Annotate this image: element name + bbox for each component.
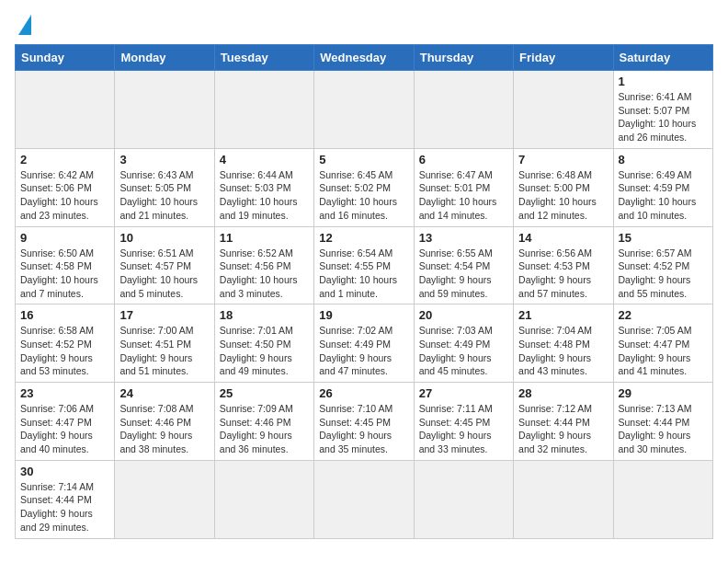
day-number: 23 — [20, 386, 109, 400]
day-number: 5 — [319, 153, 408, 167]
calendar-cell: 7Sunrise: 6:48 AM Sunset: 5:00 PM Daylig… — [514, 148, 613, 226]
day-number: 24 — [119, 386, 209, 400]
weekday-header-wednesday: Wednesday — [314, 45, 414, 71]
day-info: Sunrise: 6:49 AM Sunset: 4:59 PM Dayligh… — [619, 168, 708, 223]
calendar-cell — [214, 460, 313, 538]
calendar-cell — [115, 460, 214, 538]
header — [15, 15, 713, 35]
calendar-cell: 3Sunrise: 6:43 AM Sunset: 5:05 PM Daylig… — [115, 148, 214, 226]
calendar-cell: 12Sunrise: 6:54 AM Sunset: 4:55 PM Dayli… — [314, 226, 414, 304]
day-info: Sunrise: 7:03 AM Sunset: 4:49 PM Dayligh… — [419, 324, 508, 378]
day-number: 19 — [319, 308, 408, 322]
day-number: 1 — [619, 75, 708, 88]
calendar-cell: 20Sunrise: 7:03 AM Sunset: 4:49 PM Dayli… — [414, 304, 513, 383]
calendar-week-0: 1Sunrise: 6:41 AM Sunset: 5:07 PM Daylig… — [16, 71, 713, 149]
calendar-cell: 5Sunrise: 6:45 AM Sunset: 5:02 PM Daylig… — [314, 148, 414, 226]
calendar-cell: 13Sunrise: 6:55 AM Sunset: 4:54 PM Dayli… — [414, 226, 513, 304]
day-info: Sunrise: 7:08 AM Sunset: 4:46 PM Dayligh… — [119, 402, 209, 456]
day-info: Sunrise: 7:05 AM Sunset: 4:47 PM Dayligh… — [619, 324, 708, 378]
day-number: 16 — [20, 308, 109, 322]
day-info: Sunrise: 7:06 AM Sunset: 4:47 PM Dayligh… — [20, 402, 109, 456]
weekday-header-tuesday: Tuesday — [214, 45, 313, 71]
day-info: Sunrise: 6:54 AM Sunset: 4:55 PM Dayligh… — [319, 247, 408, 301]
calendar-cell: 26Sunrise: 7:10 AM Sunset: 4:45 PM Dayli… — [314, 383, 414, 461]
day-info: Sunrise: 6:57 AM Sunset: 4:52 PM Dayligh… — [619, 247, 708, 301]
calendar-week-5: 30Sunrise: 7:14 AM Sunset: 4:44 PM Dayli… — [16, 460, 713, 538]
calendar-cell — [514, 460, 613, 538]
day-info: Sunrise: 6:58 AM Sunset: 4:52 PM Dayligh… — [20, 324, 109, 378]
logo-text — [15, 15, 31, 35]
weekday-header-saturday: Saturday — [613, 45, 712, 71]
day-info: Sunrise: 7:02 AM Sunset: 4:49 PM Dayligh… — [319, 324, 408, 378]
logo — [15, 15, 31, 35]
day-number: 3 — [119, 153, 209, 167]
day-number: 6 — [419, 153, 508, 167]
calendar-cell — [314, 460, 414, 538]
day-info: Sunrise: 6:42 AM Sunset: 5:06 PM Dayligh… — [20, 168, 109, 223]
calendar-cell: 22Sunrise: 7:05 AM Sunset: 4:47 PM Dayli… — [613, 304, 712, 383]
weekday-header-monday: Monday — [115, 45, 214, 71]
calendar-cell: 24Sunrise: 7:08 AM Sunset: 4:46 PM Dayli… — [115, 383, 214, 461]
calendar-cell: 16Sunrise: 6:58 AM Sunset: 4:52 PM Dayli… — [16, 304, 115, 383]
calendar-cell — [214, 71, 313, 149]
day-info: Sunrise: 7:13 AM Sunset: 4:44 PM Dayligh… — [619, 402, 708, 456]
day-info: Sunrise: 7:01 AM Sunset: 4:50 PM Dayligh… — [220, 324, 309, 378]
calendar-cell — [414, 460, 513, 538]
calendar-cell: 15Sunrise: 6:57 AM Sunset: 4:52 PM Dayli… — [613, 226, 712, 304]
calendar-cell: 14Sunrise: 6:56 AM Sunset: 4:53 PM Dayli… — [514, 226, 613, 304]
calendar-week-2: 9Sunrise: 6:50 AM Sunset: 4:58 PM Daylig… — [16, 226, 713, 304]
day-number: 27 — [419, 386, 508, 400]
day-info: Sunrise: 6:45 AM Sunset: 5:02 PM Dayligh… — [319, 168, 408, 223]
day-info: Sunrise: 7:04 AM Sunset: 4:48 PM Dayligh… — [518, 324, 608, 378]
day-info: Sunrise: 7:12 AM Sunset: 4:44 PM Dayligh… — [518, 402, 608, 456]
day-info: Sunrise: 6:56 AM Sunset: 4:53 PM Dayligh… — [518, 247, 608, 301]
day-info: Sunrise: 6:51 AM Sunset: 4:57 PM Dayligh… — [119, 247, 209, 301]
day-info: Sunrise: 6:43 AM Sunset: 5:05 PM Dayligh… — [119, 168, 209, 223]
day-info: Sunrise: 6:47 AM Sunset: 5:01 PM Dayligh… — [419, 168, 508, 223]
day-number: 15 — [619, 231, 708, 245]
calendar-cell — [613, 460, 712, 538]
calendar-cell: 25Sunrise: 7:09 AM Sunset: 4:46 PM Dayli… — [214, 383, 313, 461]
calendar-cell: 23Sunrise: 7:06 AM Sunset: 4:47 PM Dayli… — [16, 383, 115, 461]
page: SundayMondayTuesdayWednesdayThursdayFrid… — [0, 0, 728, 548]
day-info: Sunrise: 7:00 AM Sunset: 4:51 PM Dayligh… — [119, 324, 209, 378]
calendar-cell — [514, 71, 613, 149]
calendar-cell: 10Sunrise: 6:51 AM Sunset: 4:57 PM Dayli… — [115, 226, 214, 304]
day-number: 14 — [518, 231, 608, 245]
day-number: 26 — [319, 386, 408, 400]
day-number: 29 — [619, 386, 708, 400]
day-number: 21 — [518, 308, 608, 322]
day-number: 25 — [220, 386, 309, 400]
calendar-week-4: 23Sunrise: 7:06 AM Sunset: 4:47 PM Dayli… — [16, 383, 713, 461]
day-info: Sunrise: 6:44 AM Sunset: 5:03 PM Dayligh… — [220, 168, 309, 223]
calendar-cell: 28Sunrise: 7:12 AM Sunset: 4:44 PM Dayli… — [514, 383, 613, 461]
calendar-week-3: 16Sunrise: 6:58 AM Sunset: 4:52 PM Dayli… — [16, 304, 713, 383]
weekday-header-row: SundayMondayTuesdayWednesdayThursdayFrid… — [16, 45, 713, 71]
calendar-cell: 30Sunrise: 7:14 AM Sunset: 4:44 PM Dayli… — [16, 460, 115, 538]
day-info: Sunrise: 7:11 AM Sunset: 4:45 PM Dayligh… — [419, 402, 508, 456]
calendar-cell: 8Sunrise: 6:49 AM Sunset: 4:59 PM Daylig… — [613, 148, 712, 226]
day-info: Sunrise: 7:10 AM Sunset: 4:45 PM Dayligh… — [319, 402, 408, 456]
day-number: 8 — [619, 153, 708, 167]
day-number: 4 — [220, 153, 309, 167]
calendar-cell: 21Sunrise: 7:04 AM Sunset: 4:48 PM Dayli… — [514, 304, 613, 383]
day-info: Sunrise: 6:52 AM Sunset: 4:56 PM Dayligh… — [220, 247, 309, 301]
calendar-cell — [314, 71, 414, 149]
calendar-cell: 17Sunrise: 7:00 AM Sunset: 4:51 PM Dayli… — [115, 304, 214, 383]
day-number: 18 — [220, 308, 309, 322]
day-number: 13 — [419, 231, 508, 245]
calendar-cell: 2Sunrise: 6:42 AM Sunset: 5:06 PM Daylig… — [16, 148, 115, 226]
day-number: 12 — [319, 231, 408, 245]
day-number: 10 — [119, 231, 209, 245]
day-number: 20 — [419, 308, 508, 322]
calendar-cell: 9Sunrise: 6:50 AM Sunset: 4:58 PM Daylig… — [16, 226, 115, 304]
day-number: 11 — [220, 231, 309, 245]
day-info: Sunrise: 7:09 AM Sunset: 4:46 PM Dayligh… — [220, 402, 309, 456]
day-number: 17 — [119, 308, 209, 322]
day-number: 2 — [20, 153, 109, 167]
day-number: 22 — [619, 308, 708, 322]
day-number: 28 — [518, 386, 608, 400]
weekday-header-sunday: Sunday — [16, 45, 115, 71]
calendar-cell — [115, 71, 214, 149]
day-info: Sunrise: 6:48 AM Sunset: 5:00 PM Dayligh… — [518, 168, 608, 223]
